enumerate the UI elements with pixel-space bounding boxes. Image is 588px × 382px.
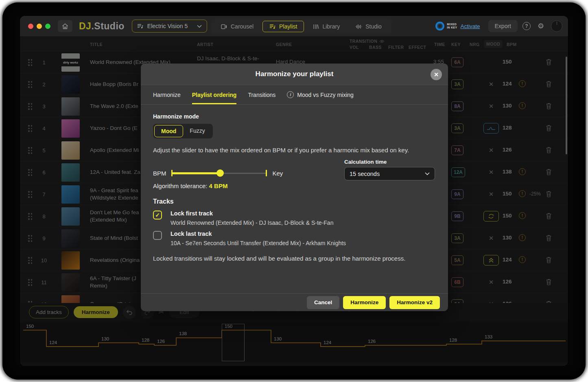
top-bar-right: MIXEDIN KEY Activate Export ? ⚙ [435,16,562,36]
modal-header: Harmonize your playlist ✕ [141,64,448,85]
close-modal-button[interactable]: ✕ [431,69,442,80]
export-button[interactable]: Export [488,20,518,32]
traffic-lights [28,24,50,29]
lock-last-track-row: Lock last track 10A - Se7en Seconds Unti… [153,231,346,246]
slider-hint-text: Adjust the slider to have the mix ordere… [153,147,409,154]
tolerance-value: 4 BPM [209,182,228,189]
modal-title: Harmonize your playlist [256,70,334,78]
slider-handle[interactable] [216,169,224,177]
playlist-selector-value: Electric Vision 5 [147,23,188,29]
locked-transitions-note: Locked transitions will stay locked and … [153,255,405,262]
tab-playlist[interactable]: Playlist [262,21,304,32]
lock-first-track-label: Lock first track [170,210,333,217]
tab-label: Studio [365,23,382,30]
slider-rest-track [220,173,266,174]
modal-footer: Cancel Harmonize Harmonize v2 [141,293,448,311]
tab-label: Library [322,23,340,30]
chevron-down-icon [197,25,202,28]
tab-label: Harmonize [153,92,181,98]
calculation-time-label: Calculation time [344,159,387,165]
bpm-key-slider[interactable] [171,167,267,179]
harmonize-button[interactable]: Harmonize [343,296,386,309]
mixed-in-key-logo-icon [435,22,444,31]
app-window: DJ.Studio Electric Vision 5 Carousel Pla… [20,15,568,367]
calculation-time-select[interactable]: 15 seconds [344,167,435,180]
lock-first-track-row: ✓ Lock first track World Renowned (Exten… [153,210,333,226]
tracks-section-label: Tracks [153,198,174,205]
library-icon [313,24,319,29]
close-window-button[interactable] [28,24,33,29]
slider-key-label: Key [273,170,283,177]
slider-bpm-label: BPM [153,170,166,177]
settings-gear-button[interactable]: ⚙ [536,22,546,31]
lock-last-track-checkbox[interactable] [153,231,162,240]
top-bar: DJ.Studio Electric Vision 5 Carousel Pla… [20,16,568,36]
app-logo: DJ.Studio [79,21,125,32]
minimize-window-button[interactable] [37,24,42,29]
tab-label: Playlist ordering [192,92,237,98]
tolerance-label: Algorithm tolerance: [153,182,209,189]
mode-mood-button[interactable]: Mood [154,125,183,137]
playlist-icon [137,24,144,29]
tab-label: Playlist [279,23,297,30]
harmonize-mode-toggle: Mood Fuzzy [153,124,213,138]
view-tabs: Carousel Playlist Library Studio [211,19,391,34]
lock-first-track-checkbox[interactable]: ✓ [153,211,162,220]
mik-line1: MIXED [447,23,457,26]
info-icon: i [287,91,294,98]
chevron-down-icon [425,172,430,175]
playlist-selector[interactable]: Electric Vision 5 [132,20,207,33]
tab-studio[interactable]: Studio [349,21,388,32]
home-icon [62,23,68,29]
activate-link[interactable]: Activate [461,23,480,29]
tab-carousel[interactable]: Carousel [214,21,260,32]
carousel-icon [221,24,227,29]
harmonize-mode-label: Harmonize mode [153,113,199,120]
logo-studio: .Studio [91,21,124,31]
cancel-button[interactable]: Cancel [307,296,339,309]
logo-dj: DJ [79,21,91,31]
tab-label: Carousel [231,23,254,30]
playlist-icon [269,24,276,29]
lock-last-track-desc: 10A - Se7en Seconds Until Transfer (Exte… [170,240,346,246]
harmonize-modal: Harmonize your playlist ✕ Harmonize Play… [141,64,448,311]
tab-library[interactable]: Library [306,21,346,32]
modal-tab-playlist-ordering[interactable]: Playlist ordering [192,85,237,104]
modal-tab-mood-vs-fuzzy[interactable]: i Mood vs Fuzzy mixing [287,85,353,104]
studio-waveform-icon [355,24,362,29]
modal-tabs: Harmonize Playlist ordering Transitions … [141,85,448,105]
modal-tab-transitions[interactable]: Transitions [248,85,275,104]
mixed-in-key-badge: MIXEDIN KEY Activate [435,22,480,31]
mode-fuzzy-button[interactable]: Fuzzy [183,125,211,137]
account-avatar[interactable] [551,20,562,32]
calculation-time-value: 15 seconds [350,171,380,177]
mik-line2: IN KEY [447,26,457,29]
slider-end-tick [266,170,267,176]
bpm-key-slider-row: BPM Key [153,167,283,179]
harmonize-v2-button[interactable]: Harmonize v2 [389,296,440,309]
zoom-window-button[interactable] [45,24,50,29]
slider-fill [172,172,220,174]
help-button[interactable]: ? [522,22,531,30]
tab-label: Transitions [248,92,275,98]
algorithm-tolerance: Algorithm tolerance: 4 BPM [153,182,227,189]
lock-last-track-label: Lock last track [170,231,346,237]
tab-label: Mood vs Fuzzy mixing [297,92,353,98]
lock-first-track-desc: World Renowned (Extended Mix) - DJ Isaac… [170,220,333,226]
modal-tab-harmonize[interactable]: Harmonize [153,85,181,104]
home-button[interactable] [58,20,72,32]
